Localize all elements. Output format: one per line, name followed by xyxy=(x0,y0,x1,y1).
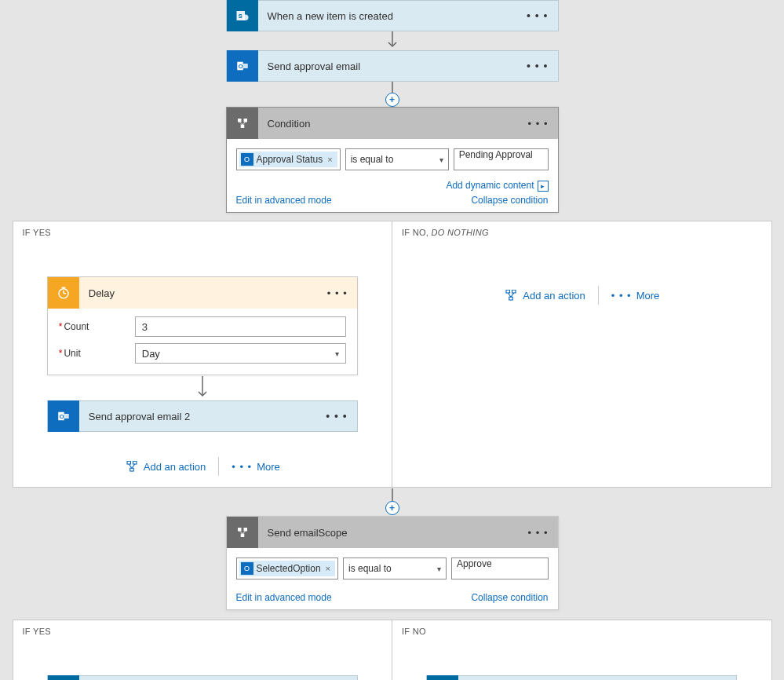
sharepoint-icon: S xyxy=(227,0,258,31)
svg-rect-10 xyxy=(240,125,244,129)
clock-icon xyxy=(48,277,79,309)
condition-value-input[interactable]: Pending Approval xyxy=(454,148,549,170)
svg-rect-32 xyxy=(238,528,242,532)
svg-line-29 xyxy=(508,293,511,297)
value-text: Pending Approval xyxy=(459,149,533,160)
collapse-condition-link[interactable]: Collapse condition xyxy=(471,195,548,206)
svg-text:O: O xyxy=(238,63,242,70)
add-action-icon xyxy=(504,290,518,301)
outlook-token-icon: O xyxy=(241,153,253,166)
branch-label: IF YES xyxy=(23,228,383,237)
collapse-condition-link[interactable]: Collapse condition xyxy=(471,592,548,603)
arrow-down-icon xyxy=(197,375,208,400)
outlook-icon: O xyxy=(227,50,258,82)
more-button[interactable]: • • • More xyxy=(611,290,660,302)
ellipsis-icon[interactable]: • • • xyxy=(519,118,558,130)
condition-operator-select[interactable]: is equal to ▾ xyxy=(345,148,449,170)
condition-card-2: Send emailScope • • • O SelectedOption ×… xyxy=(226,516,559,610)
chevron-down-icon: ▾ xyxy=(439,155,443,164)
ellipsis-icon[interactable]: • • • xyxy=(517,60,557,72)
chevron-down-icon: ▾ xyxy=(335,349,339,358)
branch-if-no: IF NO, DO NOTHING Add an action • • • Mo… xyxy=(392,221,772,488)
svg-rect-27 xyxy=(512,290,516,293)
condition-left-operand[interactable]: O SelectedOption × xyxy=(236,558,339,579)
insert-step-button[interactable]: + xyxy=(385,501,399,515)
condition-icon xyxy=(227,517,258,548)
outlook-icon: O xyxy=(48,400,79,432)
svg-rect-22 xyxy=(133,461,137,464)
branch-label: IF NO xyxy=(402,627,762,636)
svg-rect-6 xyxy=(242,64,247,68)
condition-left-operand[interactable]: O Approval Status × xyxy=(236,148,341,170)
token-label: SelectedOption xyxy=(257,563,321,574)
svg-line-11 xyxy=(239,122,242,125)
delay-title: Delay xyxy=(79,287,318,299)
dynamic-content-token[interactable]: O SelectedOption × xyxy=(239,561,336,576)
remove-token-icon[interactable]: × xyxy=(326,564,330,573)
action-update-item[interactable]: S Update item • • • xyxy=(47,675,358,680)
action-update-item-2[interactable]: S Update item 2 • • • xyxy=(426,675,737,680)
ellipsis-icon[interactable]: • • • xyxy=(318,287,357,299)
condition-header[interactable]: Send emailScope • • • xyxy=(227,517,558,548)
more-button[interactable]: • • • More xyxy=(232,461,280,473)
svg-rect-21 xyxy=(127,461,131,464)
delay-card: Delay • • • *Count 3 *Unit Day ▾ xyxy=(47,276,358,375)
condition-icon xyxy=(227,108,258,139)
trigger-sharepoint-new-item[interactable]: S When a new item is created • • • xyxy=(226,0,559,31)
ellipsis-icon[interactable]: • • • xyxy=(519,527,558,539)
operator-value: is equal to xyxy=(348,563,392,574)
svg-rect-26 xyxy=(506,290,510,293)
delay-header[interactable]: Delay • • • xyxy=(48,277,357,309)
operator-value: is equal to xyxy=(351,154,394,165)
branch-label: IF YES xyxy=(23,627,383,636)
unit-label: *Unit xyxy=(59,348,126,359)
edit-advanced-mode-link[interactable]: Edit in advanced mode xyxy=(236,592,332,603)
condition-title: Send emailScope xyxy=(258,527,519,539)
ellipsis-icon[interactable]: • • • xyxy=(517,9,557,22)
add-action-button[interactable]: Add an action xyxy=(125,461,206,473)
add-action-icon xyxy=(125,461,139,472)
count-input[interactable]: 3 xyxy=(135,316,346,337)
more-dots-icon: • • • xyxy=(232,461,252,473)
add-action-button[interactable]: Add an action xyxy=(504,290,585,302)
svg-line-25 xyxy=(132,464,135,468)
insert-step-button[interactable]: + xyxy=(385,93,399,107)
more-dots-icon: • • • xyxy=(611,290,632,302)
ellipsis-icon[interactable]: • • • xyxy=(316,410,356,422)
svg-line-24 xyxy=(129,464,132,468)
branch-if-yes: IF YES Delay • • • *Count 3 xyxy=(13,221,393,488)
sharepoint-icon: S xyxy=(48,675,79,680)
condition-header[interactable]: Condition • • • xyxy=(227,108,558,139)
unit-select[interactable]: Day ▾ xyxy=(135,343,346,364)
arrow-with-insert: + xyxy=(385,82,399,107)
condition-title: Condition xyxy=(258,118,519,130)
svg-rect-33 xyxy=(243,528,247,532)
step-title: Send approval email 2 xyxy=(79,411,317,422)
action-send-approval-email[interactable]: O Send approval email • • • xyxy=(226,50,559,82)
add-dynamic-content-link[interactable]: Add dynamic content▸ xyxy=(446,180,548,192)
chevron-down-icon: ▾ xyxy=(437,565,441,573)
step-title: Send approval email xyxy=(258,60,518,72)
separator xyxy=(218,457,219,476)
edit-advanced-mode-link[interactable]: Edit in advanced mode xyxy=(236,195,332,206)
token-label: Approval Status xyxy=(257,154,323,165)
condition-branches: IF YES Delay • • • *Count 3 xyxy=(13,221,772,488)
svg-line-36 xyxy=(242,532,246,534)
dynamic-badge-icon: ▸ xyxy=(538,181,549,192)
svg-rect-23 xyxy=(129,468,133,471)
value-text: Approve xyxy=(457,558,492,569)
svg-line-30 xyxy=(511,293,514,297)
condition-value-input[interactable]: Approve xyxy=(451,558,549,579)
condition-operator-select[interactable]: is equal to ▾ xyxy=(343,558,447,579)
dynamic-content-token[interactable]: O Approval Status × xyxy=(239,152,337,167)
branch2-if-yes: IF YES S Update item • • • O xyxy=(13,620,393,680)
svg-rect-8 xyxy=(238,119,242,122)
svg-rect-20 xyxy=(64,414,69,419)
arrow-down-icon xyxy=(387,31,398,50)
svg-line-12 xyxy=(242,122,246,125)
remove-token-icon[interactable]: × xyxy=(327,155,332,164)
svg-line-35 xyxy=(239,532,242,534)
action-send-approval-email-2[interactable]: O Send approval email 2 • • • xyxy=(47,400,358,432)
separator xyxy=(598,286,599,305)
branch2-if-no: IF NO S Update item 2 • • • O xyxy=(392,620,772,680)
